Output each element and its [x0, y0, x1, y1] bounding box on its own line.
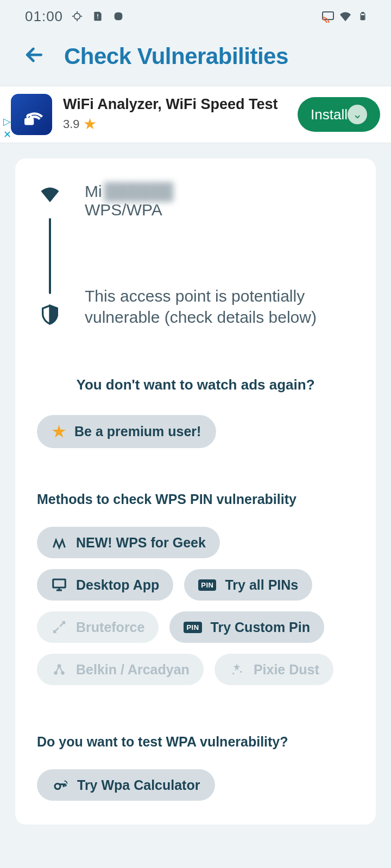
geek-icon	[51, 534, 67, 551]
desktop-app-button[interactable]: Desktop App	[37, 569, 173, 601]
network-security: WPS/WPA	[85, 201, 354, 219]
svg-point-0	[74, 14, 80, 20]
wpa-calculator-button[interactable]: Try Wpa Calculator	[37, 769, 215, 801]
desktop-app-label: Desktop App	[76, 577, 159, 593]
ad-install-label: Install	[311, 106, 348, 123]
ad-install-button[interactable]: Install ⌄	[298, 97, 380, 132]
svg-rect-11	[361, 16, 364, 20]
adchoices-icon[interactable]: ▷	[3, 116, 11, 127]
network-name-hidden: ██████	[104, 182, 174, 201]
pixie-dust-label: Pixie Dust	[254, 662, 319, 678]
try-custom-pin-label: Try Custom Pin	[211, 620, 310, 635]
network-name: Mi██████	[85, 182, 354, 201]
cast-icon	[321, 10, 335, 23]
premium-button[interactable]: ★ Be a premium user!	[37, 415, 216, 448]
ad-app-icon	[11, 94, 52, 135]
pin-icon: PIN	[184, 622, 201, 633]
ad-rating-value: 3.9	[63, 117, 80, 131]
svg-point-27	[55, 784, 60, 789]
pixie-dust-button[interactable]: Pixie Dust	[215, 654, 333, 685]
try-all-pins-label: Try all PINs	[225, 577, 298, 593]
pixie-icon	[229, 661, 245, 678]
key-icon	[52, 777, 68, 793]
belkin-icon	[51, 661, 67, 678]
ad-choices[interactable]: ▷ ✕	[3, 116, 11, 141]
status-bar: 01:00	[0, 0, 391, 33]
wpa-calculator-label: Try Wpa Calculator	[77, 777, 200, 793]
try-all-pins-button[interactable]: PIN Try all PINs	[184, 569, 312, 601]
timeline-connector	[49, 218, 51, 294]
network-info: Mi██████ WPS/WPA	[85, 182, 354, 285]
belkin-label: Belkin / Arcadyan	[76, 662, 190, 678]
bruteforce-label: Bruteforce	[76, 620, 144, 635]
sd-alert-icon	[91, 10, 104, 23]
vulnerability-message: This access point is potentially vulnera…	[85, 285, 354, 328]
svg-point-26	[232, 673, 234, 674]
main-card: Mi██████ WPS/WPA This access point is po…	[15, 158, 376, 825]
network-name-prefix: Mi	[85, 182, 102, 201]
svg-line-23	[56, 666, 60, 673]
try-custom-pin-button[interactable]: PIN Try Custom Pin	[169, 611, 324, 643]
belkin-button[interactable]: Belkin / Arcadyan	[37, 654, 204, 685]
chevron-down-icon[interactable]: ⌄	[348, 105, 367, 124]
network-timeline	[37, 182, 63, 328]
star-icon: ★	[83, 115, 97, 133]
wps-section-title: Methods to check WPS PIN vulnerability	[37, 492, 354, 507]
status-right	[321, 10, 369, 23]
premium-row: ★ Be a premium user!	[37, 415, 354, 448]
svg-rect-14	[27, 114, 31, 119]
star-icon: ★	[52, 423, 66, 441]
svg-rect-10	[362, 12, 364, 14]
shield-icon	[39, 304, 61, 328]
page-title: Check Vulnerabilities	[64, 43, 288, 69]
app-icon	[112, 10, 125, 23]
wps-geek-label: NEW! WPS for Geek	[76, 535, 206, 551]
status-time: 01:00	[25, 8, 63, 25]
wpa-section-title: Do you want to test WPA vulnerability?	[37, 734, 354, 750]
svg-point-25	[240, 671, 242, 673]
pin-icon: PIN	[198, 579, 216, 591]
ad-banner[interactable]: ▷ ✕ WiFi Analyzer, WiFi Speed Test 3.9 ★…	[0, 86, 391, 143]
wps-methods: NEW! WPS for Geek Desktop App PIN Try al…	[37, 527, 354, 685]
wifi-signal-icon	[38, 182, 62, 208]
location-icon	[71, 10, 84, 23]
desktop-icon	[51, 577, 67, 593]
svg-rect-5	[97, 14, 98, 17]
svg-rect-7	[115, 12, 123, 21]
bruteforce-icon	[51, 619, 67, 635]
app-header: Check Vulnerabilities	[0, 33, 391, 86]
back-button[interactable]	[24, 44, 45, 68]
ads-prompt: You don't want to watch ads again?	[37, 376, 354, 393]
battery-icon	[356, 10, 369, 23]
ad-rating: 3.9 ★	[63, 115, 287, 133]
ad-title: WiFi Analyzer, WiFi Speed Test	[63, 96, 287, 113]
ad-close-icon[interactable]: ✕	[3, 129, 11, 141]
ad-text: WiFi Analyzer, WiFi Speed Test 3.9 ★	[63, 96, 287, 133]
svg-rect-8	[323, 12, 333, 20]
svg-rect-6	[97, 18, 98, 19]
wifi-icon	[339, 10, 352, 23]
svg-rect-15	[53, 579, 66, 588]
status-left: 01:00	[25, 8, 125, 25]
bruteforce-button[interactable]: Bruteforce	[37, 611, 159, 643]
wpa-row: Try Wpa Calculator	[37, 769, 354, 801]
premium-label: Be a premium user!	[74, 424, 201, 439]
wps-geek-button[interactable]: NEW! WPS for Geek	[37, 527, 220, 558]
svg-line-24	[59, 666, 63, 673]
